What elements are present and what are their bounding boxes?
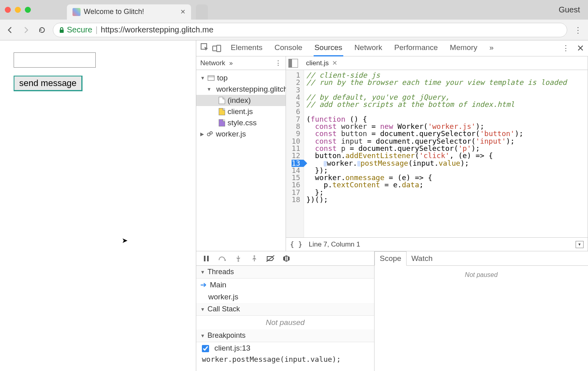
tab-watch[interactable]: Watch: [407, 252, 437, 265]
reload-button[interactable]: [37, 25, 47, 35]
devtools-panel-tabs: Elements Console Sources Network Perform…: [230, 40, 494, 56]
minimize-window-icon[interactable]: [15, 7, 21, 13]
thread-main[interactable]: ➔Main: [196, 279, 374, 291]
svg-point-9: [238, 260, 239, 262]
message-input[interactable]: [14, 52, 96, 68]
cursor-position: Line 7, Column 1: [309, 241, 360, 249]
pause-exceptions-icon[interactable]: [282, 254, 291, 263]
gutter[interactable]: 123456789101112131415161718: [286, 70, 304, 237]
lock-icon: [59, 27, 64, 33]
svg-point-4: [207, 133, 210, 136]
send-message-button[interactable]: send message: [14, 76, 83, 91]
deactivate-breakpoints-icon[interactable]: [266, 254, 275, 263]
close-window-icon[interactable]: [5, 7, 11, 13]
js-file-icon: [219, 108, 225, 115]
file-tree: ▼top ▼workerstepping.glitch (index) clie…: [196, 70, 286, 251]
svg-rect-13: [285, 257, 286, 261]
page-content: send message: [0, 40, 196, 371]
svg-point-5: [210, 132, 212, 134]
navigator-tab-network[interactable]: Network: [200, 59, 225, 67]
debugger-pane: ▼Threads ➔Main worker.js ▼Call Stack Not…: [196, 251, 588, 371]
tab-network[interactable]: Network: [354, 40, 383, 56]
svg-rect-0: [60, 30, 64, 33]
navigator-menu-icon[interactable]: ⋮: [275, 59, 282, 67]
svg-marker-12: [283, 255, 290, 262]
address-bar: Secure | https://workerstepping.glitch.m…: [0, 20, 588, 40]
close-tab-icon[interactable]: ✕: [180, 8, 185, 16]
window-icon: [207, 75, 215, 81]
tab-sources[interactable]: Sources: [314, 40, 343, 56]
pretty-print-icon[interactable]: { }: [290, 241, 302, 249]
tab-scope[interactable]: Scope: [375, 251, 407, 266]
zoom-window-icon[interactable]: [25, 7, 31, 13]
devtools: Elements Console Sources Network Perform…: [196, 40, 588, 371]
sources-navigator: Network » ⋮ ▼top ▼workerstepping.glitch …: [196, 56, 286, 251]
tree-file-stylecss[interactable]: style.css: [196, 117, 286, 128]
file-icon: [219, 97, 225, 104]
svg-rect-6: [204, 256, 205, 261]
editor-status-bar: { } Line 7, Column 1 ▾: [286, 237, 588, 251]
inspect-icon[interactable]: [200, 43, 209, 54]
gear-icon: [206, 130, 213, 138]
tree-domain[interactable]: ▼workerstepping.glitch: [196, 84, 286, 95]
tree-top[interactable]: ▼top: [196, 72, 286, 84]
devtools-menu-icon[interactable]: ⋮: [562, 44, 570, 53]
breakpoint-code: worker.postMessage(input.value);: [196, 354, 374, 366]
favicon-icon: [72, 8, 81, 16]
step-over-icon[interactable]: [218, 254, 227, 263]
tree-worker[interactable]: ▶worker.js: [196, 128, 286, 140]
toggle-drawer-icon[interactable]: ▾: [576, 241, 584, 248]
browser-menu-icon[interactable]: ⋮: [573, 25, 583, 35]
close-devtools-icon[interactable]: ✕: [577, 43, 584, 54]
close-file-icon[interactable]: ✕: [332, 59, 337, 67]
tab-title: Welcome to Glitch!: [84, 8, 144, 16]
secure-indicator: Secure: [59, 25, 92, 34]
breakpoint-file: client.js:13: [214, 344, 250, 352]
tree-file-clientjs[interactable]: client.js: [196, 106, 286, 117]
devtools-toolbar: Elements Console Sources Network Perform…: [196, 40, 588, 56]
tab-console[interactable]: Console: [274, 40, 303, 56]
new-tab-button[interactable]: [196, 4, 208, 20]
browser-tab[interactable]: Welcome to Glitch! ✕: [67, 4, 191, 20]
callstack-header[interactable]: ▼Call Stack: [196, 303, 374, 316]
callstack-state: Not paused: [196, 316, 374, 329]
device-toggle-icon[interactable]: [212, 46, 219, 51]
toggle-navigator-icon[interactable]: [288, 59, 298, 68]
profile-label[interactable]: Guest: [559, 5, 580, 14]
scope-state: Not paused: [375, 269, 588, 281]
tree-file-index[interactable]: (index): [196, 95, 286, 106]
svg-rect-2: [208, 76, 214, 80]
debugger-toolbar: [196, 251, 374, 266]
back-button[interactable]: [5, 25, 15, 35]
tab-bar: Welcome to Glitch! ✕ Guest: [0, 0, 588, 20]
step-into-icon[interactable]: [234, 254, 243, 263]
svg-point-10: [254, 255, 255, 257]
svg-point-8: [224, 259, 226, 261]
thread-worker[interactable]: worker.js: [196, 291, 374, 303]
navigator-more-icon[interactable]: »: [229, 60, 233, 67]
breakpoints-header[interactable]: ▼Breakpoints: [196, 329, 374, 342]
file-tab-clientjs[interactable]: client.js ✕: [302, 57, 341, 69]
url-input[interactable]: Secure | https://workerstepping.glitch.m…: [53, 23, 567, 37]
tab-memory[interactable]: Memory: [449, 40, 478, 56]
breakpoint-item[interactable]: client.js:13: [196, 342, 374, 354]
tab-elements[interactable]: Elements: [230, 40, 263, 56]
tab-performance[interactable]: Performance: [393, 40, 439, 56]
breakpoint-marker[interactable]: 13: [292, 160, 304, 167]
css-file-icon: [219, 119, 225, 126]
url-text: https://workerstepping.glitch.me: [101, 25, 213, 34]
pause-icon[interactable]: [202, 254, 211, 263]
code-text: // client-side js // run by the browser …: [304, 70, 569, 237]
breakpoint-checkbox[interactable]: [202, 345, 209, 352]
code-editor[interactable]: 123456789101112131415161718 // client-si…: [286, 70, 588, 237]
svg-rect-7: [207, 256, 209, 261]
editor-pane: client.js ✕ 123456789101112131415161718 …: [286, 56, 588, 251]
svg-rect-14: [287, 257, 288, 261]
more-tabs-icon[interactable]: »: [489, 40, 495, 56]
window-controls: [5, 7, 31, 13]
forward-button: [21, 25, 31, 35]
threads-header[interactable]: ▼Threads: [196, 266, 374, 279]
secure-label: Secure: [67, 25, 92, 34]
step-out-icon[interactable]: [250, 254, 259, 263]
